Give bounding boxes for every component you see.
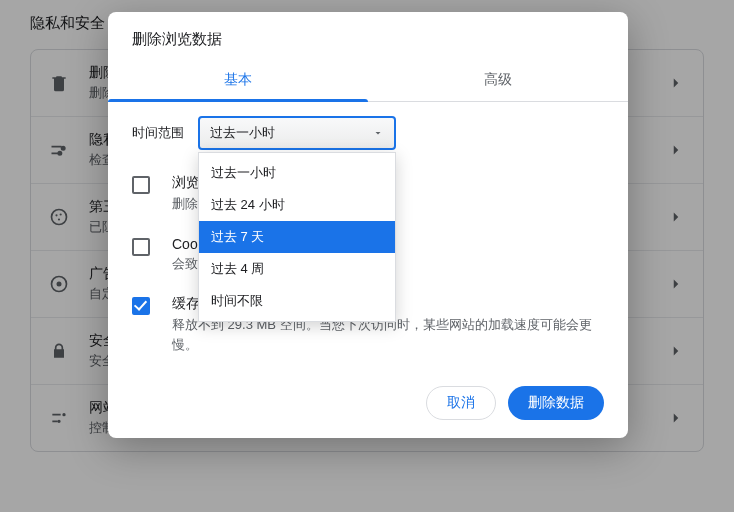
cancel-button[interactable]: 取消 [426, 386, 496, 420]
dropdown-item[interactable]: 过去一小时 [199, 157, 395, 189]
tab-advanced[interactable]: 高级 [368, 61, 628, 101]
time-range-label: 时间范围 [132, 124, 198, 142]
dialog-title: 删除浏览数据 [108, 12, 628, 61]
clear-browsing-data-dialog: 删除浏览数据 基本 高级 时间范围 过去一小时 过去一小时 过去 24 小时 过… [108, 12, 628, 438]
checkbox-cached-images[interactable] [132, 297, 150, 315]
dialog-tabs: 基本 高级 [108, 61, 628, 102]
time-range-row: 时间范围 过去一小时 过去一小时 过去 24 小时 过去 7 天 过去 4 周 … [132, 116, 604, 150]
time-range-dropdown: 过去一小时 过去 24 小时 过去 7 天 过去 4 周 时间不限 [198, 152, 396, 322]
dropdown-item[interactable]: 过去 7 天 [199, 221, 395, 253]
select-value: 过去一小时 [210, 124, 275, 142]
dropdown-item[interactable]: 过去 24 小时 [199, 189, 395, 221]
tab-basic[interactable]: 基本 [108, 61, 368, 101]
checkbox-browsing-history[interactable] [132, 176, 150, 194]
dialog-body: 时间范围 过去一小时 过去一小时 过去 24 小时 过去 7 天 过去 4 周 … [108, 102, 628, 376]
dialog-actions: 取消 删除数据 [108, 376, 628, 420]
caret-down-icon [372, 127, 384, 139]
dropdown-item[interactable]: 时间不限 [199, 285, 395, 317]
checkbox-cookies[interactable] [132, 238, 150, 256]
dropdown-item[interactable]: 过去 4 周 [199, 253, 395, 285]
delete-data-button[interactable]: 删除数据 [508, 386, 604, 420]
time-range-select[interactable]: 过去一小时 [198, 116, 396, 150]
time-range-select-wrap: 过去一小时 过去一小时 过去 24 小时 过去 7 天 过去 4 周 时间不限 [198, 116, 396, 150]
